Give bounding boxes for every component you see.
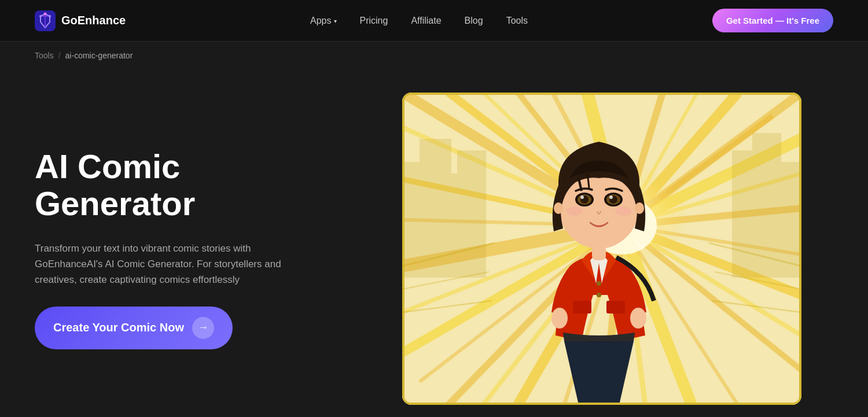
comic-image [402, 93, 801, 405]
create-comic-label: Create Your Comic Now [53, 321, 184, 334]
hero-title: AI Comic Generator [35, 148, 336, 222]
svg-point-64 [615, 206, 631, 216]
svg-rect-49 [573, 301, 591, 313]
logo-text: GoEnhance [61, 14, 126, 27]
nav-affiliate[interactable]: Affiliate [411, 16, 441, 26]
svg-point-62 [609, 195, 613, 199]
svg-point-66 [635, 202, 644, 214]
hero-description: Transform your text into vibrant comic s… [35, 241, 301, 288]
svg-point-3 [49, 15, 51, 17]
breadcrumb: Tools / ai-comic-generator [0, 42, 868, 69]
svg-rect-50 [606, 301, 625, 313]
get-started-button[interactable]: Get Started — It's Free [712, 9, 833, 32]
svg-point-58 [580, 195, 584, 199]
nav-tools[interactable]: Tools [506, 16, 528, 26]
nav-pricing[interactable]: Pricing [360, 16, 388, 26]
nav-links: Apps ▾ Pricing Affiliate Blog Tools [310, 16, 528, 26]
chevron-down-icon: ▾ [334, 18, 337, 24]
logo-icon [35, 10, 56, 31]
svg-point-65 [554, 202, 563, 214]
hero-left: AI Comic Generator Transform your text i… [35, 148, 336, 349]
arrow-right-icon: → [192, 317, 214, 339]
breadcrumb-tools[interactable]: Tools [35, 51, 54, 60]
create-comic-button[interactable]: Create Your Comic Now → [35, 307, 233, 349]
logo[interactable]: GoEnhance [35, 10, 126, 31]
svg-point-63 [567, 206, 583, 216]
comic-illustration [402, 93, 801, 405]
svg-point-1 [44, 12, 47, 15]
nav-blog[interactable]: Blog [465, 16, 483, 26]
hero-right [370, 93, 833, 405]
breadcrumb-current: ai-comic-generator [65, 51, 133, 60]
svg-point-48 [630, 308, 646, 329]
breadcrumb-separator: / [58, 51, 61, 60]
svg-rect-43 [457, 150, 486, 278]
main-content: AI Comic Generator Transform your text i… [0, 69, 868, 417]
svg-point-52 [597, 293, 601, 297]
nav-apps[interactable]: Apps ▾ [310, 16, 336, 26]
svg-point-51 [597, 281, 601, 286]
svg-point-47 [551, 308, 568, 329]
svg-point-2 [39, 15, 42, 17]
